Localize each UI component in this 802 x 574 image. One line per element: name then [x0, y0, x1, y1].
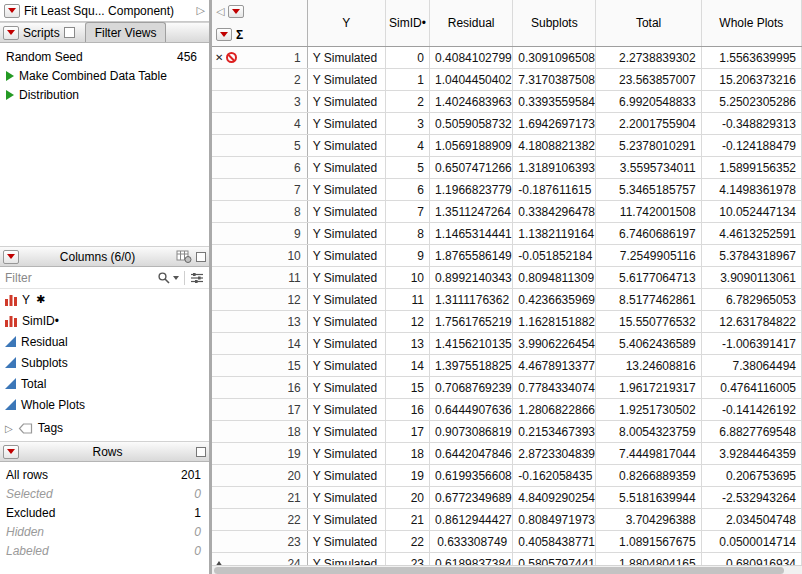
table-cell[interactable]: 2 [385, 91, 429, 113]
table-cell[interactable]: 7.3170387508 [513, 69, 596, 91]
row-number-cell[interactable]: 2 [212, 69, 307, 91]
table-cell[interactable]: 0.7784334074 [513, 377, 596, 399]
table-cell[interactable]: 1.4156210135 [430, 333, 513, 355]
table-cell[interactable]: Y Simulated [307, 223, 385, 245]
table-cell[interactable]: Y Simulated [307, 443, 385, 465]
table-cell[interactable]: 6.8827769548 [701, 421, 801, 443]
report-red-triangle-button[interactable] [4, 4, 20, 18]
column-item[interactable]: Whole Plots [0, 394, 209, 415]
table-cell[interactable]: 0.6442047846 [430, 443, 513, 465]
column-header[interactable]: Residual [430, 0, 513, 47]
table-cell[interactable]: 1.3111176362 [430, 289, 513, 311]
table-cell[interactable]: 1.8765586149 [430, 245, 513, 267]
table-cell[interactable]: 14 [385, 355, 429, 377]
table-cell[interactable]: -0.162058435 [513, 465, 596, 487]
horizontal-scrollbar[interactable] [212, 565, 802, 574]
table-cell[interactable]: Y Simulated [307, 355, 385, 377]
row-number-cell[interactable]: 21 [212, 487, 307, 509]
table-cell[interactable]: 1.0569188909 [430, 135, 513, 157]
scripts-checkbox[interactable] [64, 27, 75, 38]
table-cell[interactable]: 4.1808821382 [513, 135, 596, 157]
row-number-cell[interactable]: 20 [212, 465, 307, 487]
row-number-cell[interactable]: ✕1 [212, 47, 307, 69]
table-cell[interactable]: 0.4058438771 [513, 531, 596, 553]
table-cell[interactable]: 2.034504748 [701, 509, 801, 531]
table-cell[interactable]: 11 [385, 289, 429, 311]
table-cell[interactable]: 3.9906226454 [513, 333, 596, 355]
table-cell[interactable]: 0.9073086819 [430, 421, 513, 443]
table-cell[interactable]: 0.8084971973 [513, 509, 596, 531]
row-number-cell[interactable]: 19 [212, 443, 307, 465]
table-cell[interactable]: 0.3393559584 [513, 91, 596, 113]
row-number-cell[interactable]: 9 [212, 223, 307, 245]
row-number-cell[interactable]: 13 [212, 311, 307, 333]
table-cell[interactable]: 0.6444907636 [430, 399, 513, 421]
table-cell[interactable]: 2.8723304839 [513, 443, 596, 465]
scrollbar-thumb[interactable] [214, 567, 784, 574]
table-cell[interactable]: 6.9920548833 [596, 91, 701, 113]
table-cell[interactable]: Y Simulated [307, 113, 385, 135]
table-cell[interactable]: 20 [385, 487, 429, 509]
table-cell[interactable]: 7.4449817044 [596, 443, 701, 465]
table-cell[interactable]: 4.1498361978 [701, 179, 801, 201]
table-cell[interactable]: 21 [385, 509, 429, 531]
table-cell[interactable]: 5.2378010291 [596, 135, 701, 157]
table-cell[interactable]: 0.7068769239 [430, 377, 513, 399]
tab-filter-views[interactable]: Filter Views [85, 22, 167, 42]
table-cell[interactable]: Y Simulated [307, 509, 385, 531]
table-cell[interactable]: 5.2502305286 [701, 91, 801, 113]
table-cell[interactable]: Y Simulated [307, 179, 385, 201]
column-item[interactable]: Y✱ [0, 289, 209, 310]
table-cell[interactable]: 5.4062436589 [596, 333, 701, 355]
table-cell[interactable]: Y Simulated [307, 245, 385, 267]
row-number-cell[interactable]: 18 [212, 421, 307, 443]
table-cell[interactable]: 0.633308749 [430, 531, 513, 553]
table-cell[interactable]: 4.4678913377 [513, 355, 596, 377]
row-number-cell[interactable]: 12 [212, 289, 307, 311]
table-cell[interactable]: 1.1966823779 [430, 179, 513, 201]
script-item[interactable]: Random Seed456 [0, 47, 209, 66]
column-filter-input[interactable] [5, 271, 154, 285]
row-number-cell[interactable]: 17 [212, 399, 307, 421]
column-item[interactable]: Total [0, 373, 209, 394]
table-cell[interactable]: 1.3511247264 [430, 201, 513, 223]
panel-square-icon[interactable] [196, 252, 206, 262]
table-cell[interactable]: 6.7460686197 [596, 223, 701, 245]
table-cell[interactable]: 1.1628151882 [513, 311, 596, 333]
column-item[interactable]: Residual [0, 331, 209, 352]
table-cell[interactable]: 7.38064494 [701, 355, 801, 377]
table-cell[interactable]: -0.051852184 [513, 245, 596, 267]
table-cell[interactable]: 0.8612944427 [430, 509, 513, 531]
row-number-cell[interactable]: 4 [212, 113, 307, 135]
table-cell[interactable]: 0.206753695 [701, 465, 801, 487]
row-number-cell[interactable]: 11 [212, 267, 307, 289]
table-cell[interactable]: 3 [385, 113, 429, 135]
row-number-cell[interactable]: 3 [212, 91, 307, 113]
table-cell[interactable]: 10 [385, 267, 429, 289]
column-item[interactable]: Subplots [0, 352, 209, 373]
table-cell[interactable]: 0.3384296478 [513, 201, 596, 223]
table-cell[interactable]: Y Simulated [307, 289, 385, 311]
table-cell[interactable]: 0.8094811309 [513, 267, 596, 289]
table-cell[interactable]: 1.7561765219 [430, 311, 513, 333]
table-cell[interactable]: Y Simulated [307, 377, 385, 399]
row-number-cell[interactable]: 16 [212, 377, 307, 399]
table-cell[interactable]: 4.4613252591 [701, 223, 801, 245]
table-cell[interactable]: 17 [385, 421, 429, 443]
table-cell[interactable]: Y Simulated [307, 531, 385, 553]
table-cell[interactable]: 0.6507471266 [430, 157, 513, 179]
row-number-cell[interactable]: 14 [212, 333, 307, 355]
table-cell[interactable]: 7.2549905116 [596, 245, 701, 267]
table-cell[interactable]: 4 [385, 135, 429, 157]
table-cell[interactable]: 4.8409290254 [513, 487, 596, 509]
table-cell[interactable]: -0.348829313 [701, 113, 801, 135]
table-cell[interactable]: 1.3189106393 [513, 157, 596, 179]
search-icon[interactable] [157, 271, 170, 284]
table-cell[interactable]: -0.124188479 [701, 135, 801, 157]
rows-red-triangle-button[interactable] [3, 445, 19, 459]
row-number-cell[interactable]: 23 [212, 531, 307, 553]
table-cell[interactable]: 1.3975518825 [430, 355, 513, 377]
column-header[interactable]: Total [596, 0, 701, 47]
table-cell[interactable]: 1.1382119164 [513, 223, 596, 245]
table-cell[interactable]: Y Simulated [307, 47, 385, 69]
